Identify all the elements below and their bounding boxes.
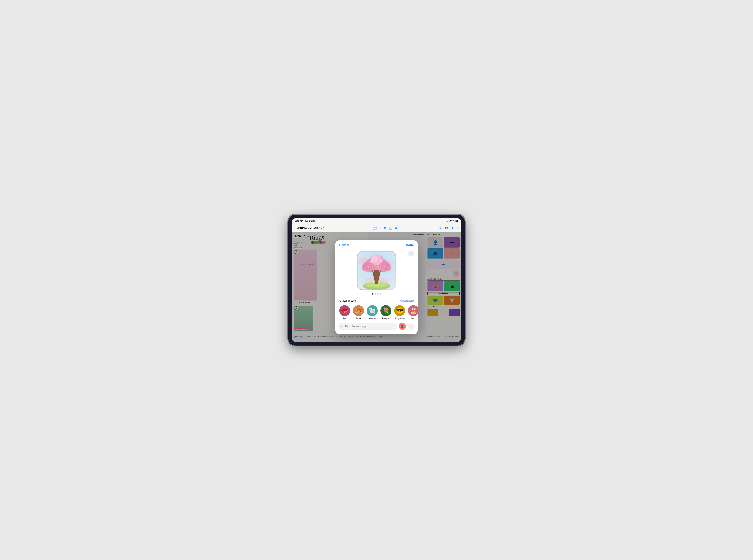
toolbar-center: ··· A ≡ ⧉ A 🖼 bbox=[326, 226, 438, 230]
done-button[interactable]: Done bbox=[406, 243, 414, 247]
history-icon[interactable]: ↺ bbox=[439, 226, 442, 229]
page-dot-1 bbox=[372, 293, 373, 295]
beret-emoji-bg: 🪃 bbox=[353, 305, 364, 316]
toolbar-left: ‹ SPRING EDITORIAL ▾ bbox=[294, 226, 324, 230]
layers-tool-icon[interactable]: ⧉ bbox=[384, 226, 386, 229]
svg-point-20 bbox=[380, 260, 382, 262]
svg-point-23 bbox=[384, 266, 385, 267]
cancel-button[interactable]: Cancel bbox=[339, 243, 349, 247]
collaboration-icon[interactable]: 👥 bbox=[444, 226, 448, 229]
bouquet-emoji-bg: 💐 bbox=[380, 305, 391, 316]
toolbar: ‹ SPRING EDITORIAL ▾ ··· A ≡ ⧉ A 🖼 ↺ 👥 ⬆… bbox=[292, 224, 461, 232]
sunglasses-emoji-bg: 😎 bbox=[394, 305, 405, 316]
bouquet-emoji: 💐 bbox=[382, 307, 390, 314]
add-icon: + bbox=[410, 325, 412, 328]
main-canvas-area[interactable]: INSPO: ★ 🌐 Rings PRONOUNS: he/him HEIGHT… bbox=[292, 232, 461, 342]
bouquet-label: Bouquet bbox=[382, 317, 390, 320]
page-dot-3 bbox=[377, 293, 378, 295]
wifi-icon: ▲ bbox=[446, 220, 448, 222]
show-more-button[interactable]: SHOW MORE bbox=[400, 300, 414, 302]
suggestions-label: SUGGESTIONS bbox=[339, 300, 356, 302]
ipad-screen: 9:41 AM Tue Oct 15 ▲ 100% ■ ‹ SPRING EDI… bbox=[292, 218, 461, 342]
battery-icon: ■ bbox=[456, 220, 458, 222]
image-more-options-button[interactable]: ··· bbox=[408, 251, 414, 256]
page-dot-2 bbox=[375, 293, 376, 295]
text-tool-icon[interactable]: ≡ bbox=[380, 226, 381, 229]
image-input-area: ✦ 👤 + bbox=[335, 323, 418, 334]
seashell-emoji: 🐚 bbox=[369, 307, 376, 314]
beach-emoji: 🏖️ bbox=[410, 307, 417, 314]
page-dot-4 bbox=[380, 293, 381, 295]
svg-point-16 bbox=[384, 264, 391, 271]
fan-emoji: 🪭 bbox=[341, 307, 349, 314]
edit-icon[interactable]: ✎ bbox=[456, 226, 459, 229]
textbox-tool-icon[interactable]: A bbox=[389, 226, 392, 230]
sunglasses-label: Sunglasses bbox=[395, 317, 405, 320]
beret-emoji: 🪃 bbox=[355, 307, 362, 314]
time-display: 9:41 AM bbox=[295, 220, 303, 222]
svg-point-15 bbox=[362, 264, 369, 271]
seashell-label: Seashell bbox=[369, 317, 376, 320]
image-picker-modal: Cancel Done ··· bbox=[335, 240, 418, 334]
status-left: 9:41 AM Tue Oct 15 bbox=[295, 220, 316, 222]
svg-point-21 bbox=[376, 258, 377, 259]
suggestion-item-beach[interactable]: 🏖️ Beach bbox=[408, 305, 418, 320]
suggestion-item-sunglasses[interactable]: 😎 Sunglasses bbox=[394, 305, 405, 320]
ipad-frame: 9:41 AM Tue Oct 15 ▲ 100% ■ ‹ SPRING EDI… bbox=[288, 215, 465, 345]
beach-label: Beach bbox=[411, 317, 416, 320]
svg-point-22 bbox=[368, 266, 369, 267]
add-button[interactable]: + bbox=[408, 323, 415, 330]
seashell-emoji-bg: 🐚 bbox=[367, 305, 378, 316]
pencil-tool-icon[interactable]: A bbox=[373, 226, 377, 230]
status-right: ▲ 100% ■ bbox=[446, 220, 458, 222]
toolbar-right: ↺ 👥 ⬆ ✎ bbox=[439, 226, 459, 229]
modal-header: Cancel Done bbox=[335, 240, 418, 248]
person-button[interactable]: 👤 bbox=[399, 323, 406, 330]
status-bar: 9:41 AM Tue Oct 15 ▲ 100% ■ bbox=[292, 218, 461, 224]
fan-label: Fan bbox=[343, 317, 346, 320]
describe-input-wrapper[interactable]: ✦ bbox=[338, 323, 397, 330]
person-icon: 👤 bbox=[400, 324, 404, 328]
suggestion-item-fan[interactable]: 🪭 Fan bbox=[339, 305, 350, 320]
modal-image-area: ··· bbox=[335, 248, 418, 300]
cherry-blossom-svg bbox=[357, 252, 396, 289]
sunglasses-emoji: 😎 bbox=[396, 307, 403, 314]
battery-display: 100% bbox=[449, 220, 454, 222]
share-icon[interactable]: ⬆ bbox=[451, 226, 454, 229]
title-chevron-icon[interactable]: ▾ bbox=[323, 226, 324, 229]
toolbar-more-dots: ··· bbox=[366, 226, 370, 229]
suggestions-header: SUGGESTIONS SHOW MORE bbox=[339, 300, 414, 302]
more-dots-icon: ··· bbox=[410, 252, 412, 255]
fan-emoji-bg: 🪭 bbox=[339, 305, 350, 316]
ipad-device: 9:41 AM Tue Oct 15 ▲ 100% ■ ‹ SPRING EDI… bbox=[288, 215, 465, 345]
image-tool-icon[interactable]: 🖼 bbox=[395, 226, 397, 229]
svg-point-19 bbox=[370, 261, 372, 263]
suggestion-item-seashell[interactable]: 🐚 Seashell bbox=[367, 305, 378, 320]
suggestions-grid: 🪭 Fan 🪃 Beret bbox=[339, 305, 414, 320]
suggestion-item-bouquet[interactable]: 💐 Bouquet bbox=[380, 305, 391, 320]
beret-label: Beret bbox=[356, 317, 361, 320]
sparkle-icon: ✦ bbox=[340, 325, 343, 328]
date-display: Tue Oct 15 bbox=[305, 220, 316, 222]
document-title: SPRING EDITORIAL bbox=[297, 226, 322, 229]
suggestion-item-beret[interactable]: 🪃 Beret bbox=[353, 305, 364, 320]
back-button[interactable]: ‹ bbox=[294, 226, 295, 230]
image-gradient-border bbox=[357, 251, 396, 290]
ai-generated-image bbox=[357, 252, 396, 289]
image-page-indicators bbox=[372, 293, 381, 295]
describe-input[interactable] bbox=[338, 323, 397, 330]
suggestions-section: SUGGESTIONS SHOW MORE 🪭 Fan bbox=[335, 300, 418, 323]
beach-emoji-bg: 🏖️ bbox=[408, 305, 418, 316]
modal-overlay[interactable]: Cancel Done ··· bbox=[292, 232, 461, 342]
